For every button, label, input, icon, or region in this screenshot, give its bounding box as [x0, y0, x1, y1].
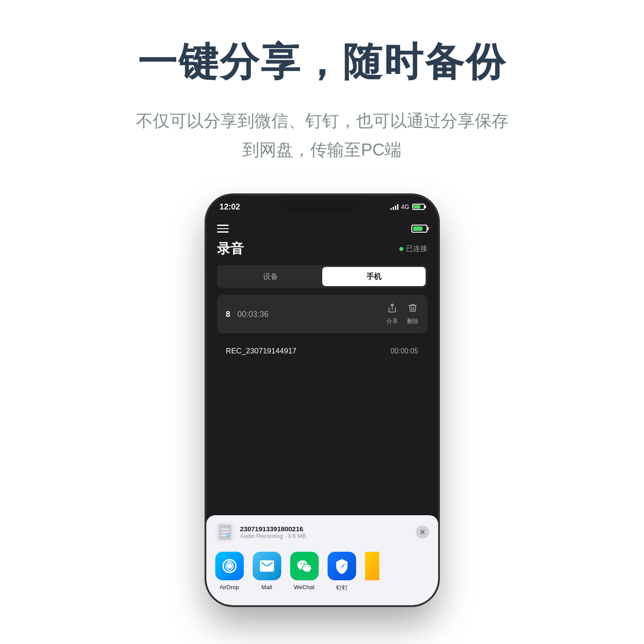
svg-text:钉: 钉 [338, 562, 346, 571]
app-title: 录音 [217, 240, 244, 258]
phone-screen: 12:02 4G [206, 195, 438, 605]
connected-label: 已连接 [406, 244, 427, 254]
title-row: 录音 已连接 [206, 237, 438, 265]
recording-item-1[interactable]: 8 00:03:36 分享 [217, 295, 427, 333]
signal-bar-1 [390, 208, 392, 210]
file-name: 23071913391800216 [240, 525, 306, 533]
menu-icon[interactable] [217, 225, 229, 233]
battery-fill [414, 205, 420, 209]
share-label: 分享 [386, 317, 398, 325]
status-icons: 4G [390, 203, 425, 210]
mail-label: Mail [262, 584, 272, 591]
main-title: 一键分享，随时备份 [138, 36, 507, 89]
mail-icon [253, 552, 281, 580]
wechat-icon [290, 552, 319, 580]
recording2-duration: 00:00:05 [390, 347, 418, 355]
signal-bar-3 [395, 205, 396, 210]
share-file-row: 23071913391800216 Audio Recording · 3.6 … [215, 522, 429, 542]
tab-switcher: 设备 手机 [217, 265, 427, 288]
recording-left: 8 00:03:36 [226, 310, 269, 319]
menu-line-2 [217, 228, 229, 230]
app-content: 录音 已连接 设备 手机 8 00:03:36 [206, 218, 438, 605]
close-button[interactable]: ✕ [416, 525, 429, 539]
recording-actions: 分享 删除 [386, 303, 418, 325]
status-time: 12:02 [220, 202, 240, 212]
recording-duration: 00:03:36 [238, 310, 269, 319]
share-apps: AirDrop Mail [215, 549, 429, 596]
battery-header-fill [413, 226, 422, 231]
recording-number: 8 [226, 310, 230, 319]
network-label: 4G [401, 203, 410, 210]
battery-header-icon [411, 225, 427, 233]
delete-action[interactable]: 删除 [407, 303, 418, 325]
share-app-mail[interactable]: Mail [253, 552, 281, 592]
app-header [206, 218, 438, 237]
close-icon: ✕ [419, 528, 425, 537]
subtitle: 不仅可以分享到微信、钉钉，也可以通过分享保存到网盘，传输至PC端 [136, 107, 509, 164]
wechat-label: WeChat [294, 584, 315, 591]
file-details: 23071913391800216 Audio Recording · 3.6 … [240, 525, 306, 539]
menu-line-1 [217, 225, 229, 226]
delete-label: 删除 [407, 317, 418, 325]
dingtalk-icon: 钉 [328, 552, 356, 580]
share-app-wechat[interactable]: WeChat [290, 552, 319, 592]
share-sheet: 23071913391800216 Audio Recording · 3.6 … [206, 515, 438, 605]
notch [282, 195, 362, 212]
share-app-dingtalk[interactable]: 钉 钉钉 [328, 552, 356, 592]
share-app-partial [365, 552, 379, 592]
menu-line-3 [217, 231, 229, 233]
tab-device[interactable]: 设备 [219, 267, 322, 286]
dingtalk-label: 钉钉 [336, 584, 348, 592]
delete-icon [408, 303, 418, 316]
share-icon [387, 303, 397, 316]
share-app-airdrop[interactable]: AirDrop [215, 552, 244, 592]
share-file-info: 23071913391800216 Audio Recording · 3.6 … [215, 522, 306, 542]
airdrop-label: AirDrop [219, 584, 239, 591]
recording2-name: REC_230719144917 [226, 347, 297, 356]
signal-bar-4 [397, 204, 398, 210]
airdrop-icon [215, 552, 244, 580]
header-right [411, 225, 427, 233]
connected-badge: 已连接 [399, 244, 427, 254]
signal-icon [390, 204, 398, 210]
signal-bar-2 [393, 207, 394, 210]
recording-item-2[interactable]: REC_230719144917 00:00:05 [217, 340, 427, 362]
tab-phone[interactable]: 手机 [322, 267, 426, 286]
phone-mockup: 12:02 4G [206, 195, 438, 605]
share-action[interactable]: 分享 [386, 303, 398, 325]
page-wrapper: 一键分享，随时备份 不仅可以分享到微信、钉钉，也可以通过分享保存到网盘，传输至P… [0, 0, 644, 644]
connected-dot-icon [399, 247, 403, 251]
file-icon [215, 522, 235, 542]
file-meta: Audio Recording · 3.6 MB [240, 533, 306, 539]
battery-icon [412, 204, 425, 210]
